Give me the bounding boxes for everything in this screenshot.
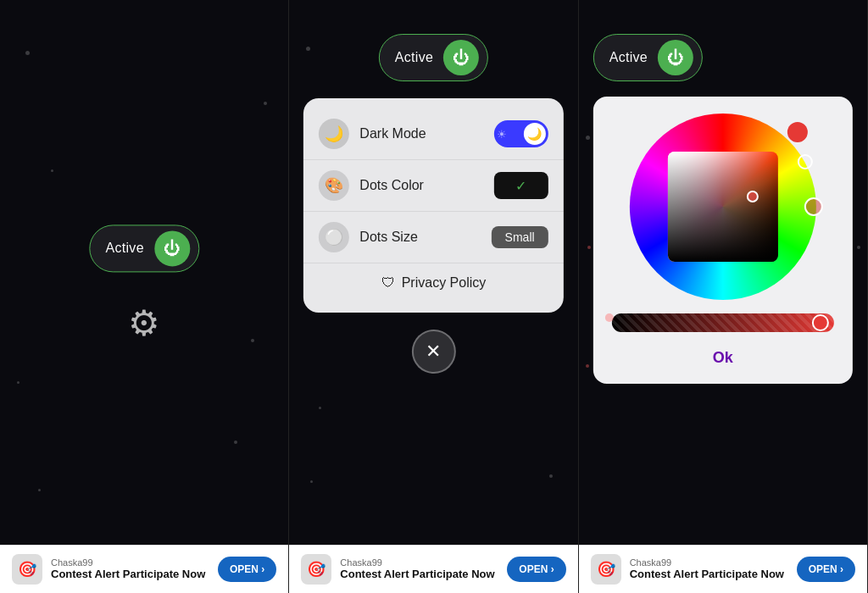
close-button[interactable]: ✕: [411, 330, 455, 374]
active-toggle-1[interactable]: Active ⏻: [89, 224, 198, 272]
settings-card: 🌙 Dark Mode ☀ 🌙 🌙 🎨 Dots Color ✓ ⚪ Dots …: [303, 98, 563, 313]
slider-thumb[interactable]: [812, 314, 829, 331]
panel-2: Active ⏻ 🌙 Dark Mode ☀ 🌙 🌙 🎨 Dots Color: [289, 0, 578, 593]
active-toggle-3[interactable]: Active ⏻: [593, 34, 703, 81]
ad-text-2: Chaska99 Contest Alert Participate Now: [340, 557, 498, 581]
right-handle[interactable]: [804, 197, 823, 216]
ad-text-1: Chaska99 Contest Alert Participate Now: [51, 557, 209, 581]
saturation-box[interactable]: [668, 152, 778, 262]
toggle-circle-2: ⏻: [443, 40, 479, 75]
panel1-content: Active ⏻ ⚙: [89, 224, 198, 344]
ad-user-1: Chaska99: [51, 557, 209, 568]
dots-color-row: 🎨 Dots Color ✓: [303, 160, 563, 212]
ad-banner-3: 🎯 Chaska99 Contest Alert Participate Now…: [579, 545, 867, 593]
color-wheel-container[interactable]: [630, 114, 816, 300]
active-label-1: Active: [105, 241, 143, 256]
power-icon-1: ⏻: [164, 240, 181, 257]
toggle-circle-1: ⏻: [154, 230, 190, 266]
ad-avatar-1: 🎯: [12, 554, 42, 585]
gear-icon-1[interactable]: ⚙: [128, 302, 160, 344]
ad-title-1: Contest Alert Participate Now: [51, 568, 209, 581]
dark-mode-label: Dark Mode: [359, 126, 483, 141]
ad-open-btn-2[interactable]: OPEN ›: [507, 557, 565, 582]
active-label-2: Active: [395, 50, 433, 65]
active-label-3: Active: [609, 50, 648, 65]
ad-open-btn-1[interactable]: OPEN ›: [218, 557, 276, 582]
dots-size-label: Dots Size: [359, 230, 481, 245]
dark-mode-icon: 🌙: [319, 119, 349, 149]
ad-open-btn-3[interactable]: OPEN ›: [797, 557, 855, 582]
ad-avatar-2: 🎯: [301, 554, 331, 585]
inner-color-selector[interactable]: [746, 191, 758, 202]
power-icon-3: ⏻: [667, 49, 684, 66]
size-badge[interactable]: Small: [492, 226, 548, 248]
toggle-thumb: 🌙: [524, 123, 546, 145]
wheel-selector[interactable]: [797, 154, 812, 169]
alpha-slider[interactable]: [612, 313, 834, 332]
slider-left-indicator: [605, 313, 614, 322]
slider-checker: [612, 313, 834, 332]
ad-title-2: Contest Alert Participate Now: [340, 568, 498, 581]
panel-3: Active ⏻: [579, 0, 868, 593]
ad-title-3: Contest Alert Participate Now: [630, 568, 788, 581]
ad-banner-2: 🎯 Chaska99 Contest Alert Participate Now…: [289, 545, 577, 593]
active-toggle-2[interactable]: Active ⏻: [379, 34, 488, 81]
dark-mode-toggle[interactable]: ☀ 🌙 🌙: [494, 120, 548, 147]
dark-mode-row: 🌙 Dark Mode ☀ 🌙 🌙: [303, 108, 563, 160]
dots-color-icon: 🎨: [319, 170, 349, 201]
ad-banner-1: 🎯 Chaska99 Contest Alert Participate Now…: [0, 545, 288, 593]
shield-icon: 🛡: [381, 275, 395, 291]
privacy-row[interactable]: 🛡 Privacy Policy: [303, 263, 563, 302]
color-picker-card: Ok: [593, 97, 853, 384]
brightness-overlay: [668, 152, 778, 262]
panel2-content: Active ⏻ 🌙 Dark Mode ☀ 🌙 🌙 🎨 Dots Color: [303, 34, 563, 374]
dots-size-icon: ⚪: [319, 222, 349, 252]
ok-button[interactable]: Ok: [607, 346, 839, 370]
color-wheel: [630, 114, 816, 300]
panel3-content: Active ⏻: [593, 34, 853, 384]
dots-color-label: Dots Color: [359, 178, 483, 193]
ad-user-2: Chaska99: [340, 557, 498, 568]
ad-user-3: Chaska99: [630, 557, 788, 568]
close-icon: ✕: [426, 341, 441, 363]
toggle-circle-3: ⏻: [658, 40, 693, 75]
power-icon-2: ⏻: [453, 49, 470, 66]
ad-text-3: Chaska99 Contest Alert Participate Now: [630, 557, 788, 581]
privacy-label: Privacy Policy: [402, 275, 487, 291]
red-dot: [787, 122, 808, 142]
color-swatch[interactable]: ✓: [494, 172, 548, 199]
ad-avatar-3: 🎯: [591, 554, 621, 585]
panel-1: Active ⏻ ⚙ 🎯 Chaska99 Contest Alert Part…: [0, 0, 289, 593]
dots-size-row: ⚪ Dots Size Small: [303, 212, 563, 263]
sun-icon: ☀: [497, 128, 507, 141]
